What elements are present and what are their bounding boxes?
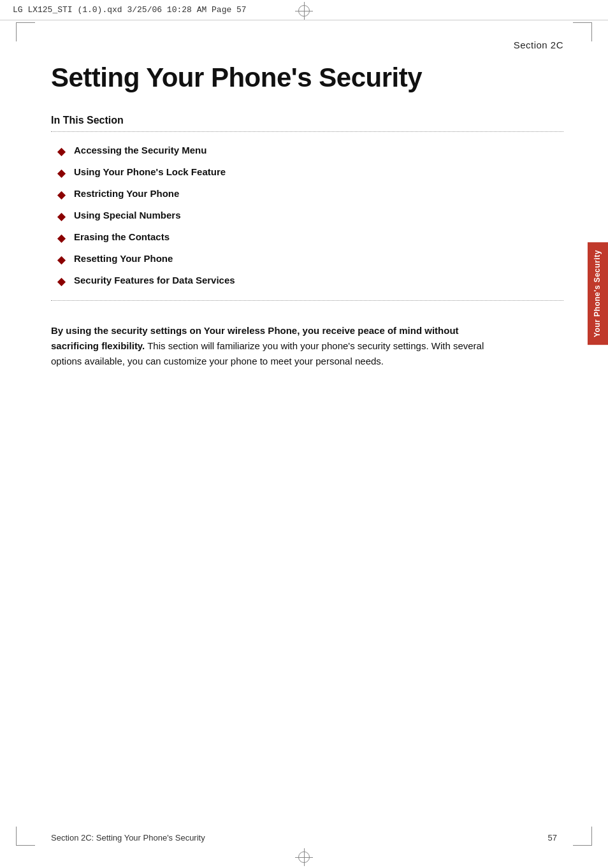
dotted-rule-top <box>51 131 563 132</box>
diamond-icon-3: ◆ <box>57 189 65 201</box>
dotted-rule-bottom <box>51 300 563 301</box>
reg-mark-top <box>298 5 310 17</box>
list-item-label-1: Accessing the Security Menu <box>74 145 206 156</box>
list-item: ◆ Using Your Phone's Lock Feature <box>57 166 563 179</box>
page-title: Setting Your Phone's Security <box>51 63 563 92</box>
list-item-label-3: Restricting Your Phone <box>74 188 179 199</box>
diamond-icon-5: ◆ <box>57 232 65 244</box>
diamond-icon-4: ◆ <box>57 210 65 222</box>
file-info: LG LX125_STI (1.0).qxd 3/25/06 10:28 AM … <box>13 5 247 15</box>
diamond-icon-2: ◆ <box>57 167 65 179</box>
list-item-label-6: Resetting Your Phone <box>74 253 173 264</box>
list-item-label-2: Using Your Phone's Lock Feature <box>74 166 226 177</box>
footer-left: Section 2C: Setting Your Phone's Securit… <box>51 833 205 843</box>
list-item: ◆ Erasing the Contacts <box>57 231 563 244</box>
list-item-label-7: Security Features for Data Services <box>74 275 235 286</box>
list-item: ◆ Security Features for Data Services <box>57 275 563 287</box>
footer: Section 2C: Setting Your Phone's Securit… <box>0 833 608 843</box>
in-this-section-heading: In This Section <box>51 115 563 126</box>
side-tab: Your Phone's Security <box>588 242 608 345</box>
list-item: ◆ Restricting Your Phone <box>57 188 563 201</box>
footer-page-number: 57 <box>548 833 557 843</box>
list-item-label-4: Using Special Numbers <box>74 210 181 221</box>
section-list: ◆ Accessing the Security Menu ◆ Using Yo… <box>57 145 563 287</box>
list-item: ◆ Resetting Your Phone <box>57 253 563 266</box>
list-item: ◆ Using Special Numbers <box>57 210 563 222</box>
list-item: ◆ Accessing the Security Menu <box>57 145 563 157</box>
diamond-icon-6: ◆ <box>57 254 65 266</box>
section-label: Section 2C <box>51 40 563 50</box>
page-container: LG LX125_STI (1.0).qxd 3/25/06 10:28 AM … <box>0 0 608 868</box>
reg-mark-bottom <box>298 851 310 863</box>
body-text: By using the security settings on Your w… <box>51 323 497 369</box>
list-item-label-5: Erasing the Contacts <box>74 231 170 242</box>
diamond-icon-1: ◆ <box>57 145 65 157</box>
main-content: Section 2C Setting Your Phone's Security… <box>0 20 608 407</box>
in-this-section-block: In This Section ◆ Accessing the Security… <box>51 115 563 301</box>
diamond-icon-7: ◆ <box>57 275 65 287</box>
